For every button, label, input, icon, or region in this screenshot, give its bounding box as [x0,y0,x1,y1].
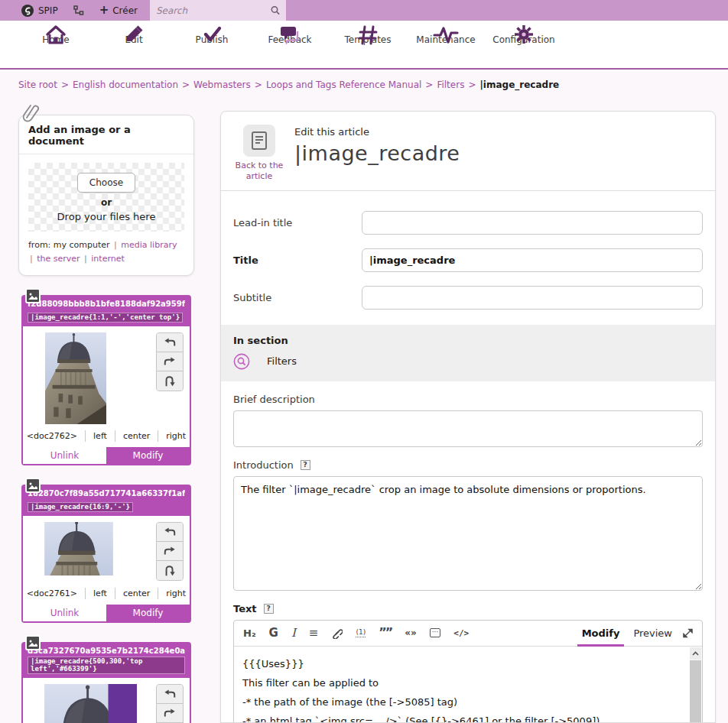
rotate-180-button[interactable] [157,561,183,580]
breadcrumb-link[interactable]: Site root [18,79,57,90]
section-magnifier-icon[interactable] [233,353,250,370]
tab-modify[interactable]: Modify [580,621,622,645]
editor-toolbar: H₂ G I ≡ (1) ”” «» ··· </> [234,621,702,647]
app-name: SPIP [38,5,58,16]
nav-item-publish[interactable]: Publish [173,21,251,68]
unlink-button[interactable]: Unlink [23,447,106,464]
document-filename: 182870c7f89a55d717741a66337f1af6.jpg [28,489,185,498]
breadcrumb-link[interactable]: Filters [437,79,464,90]
code-icon[interactable]: </> [453,629,469,637]
modify-button[interactable]: Modify [106,605,190,621]
section-value[interactable]: Filters [267,355,297,367]
rotate-left-button[interactable] [157,523,183,542]
breadcrumb-current: |image_recadre [479,79,559,90]
rotate-left-button[interactable] [157,685,183,704]
lead-in-title-input[interactable] [362,211,703,235]
source-internet[interactable]: internet [91,254,125,264]
choose-button[interactable]: Choose [77,173,135,193]
main-nav: Home Edit Publish Feedback [0,21,728,70]
help-icon[interactable]: ? [301,460,310,470]
rotate-right-button[interactable] [157,352,183,371]
document-meta: <doc2761> left center right [23,582,190,605]
nav-item-templates[interactable]: Templates [329,21,407,68]
nav-item-edit[interactable]: Edit [95,21,173,68]
subtitle-input[interactable] [362,286,703,310]
editor-scrollbar[interactable] [690,647,701,723]
align-left[interactable]: left [85,588,115,599]
breadcrumb-link[interactable]: English documentation [73,79,178,90]
doc-id: <doc2761> [19,588,85,599]
from-prefix: from: my computer [28,240,110,250]
sitemap-icon[interactable] [73,5,84,15]
spip-logo-icon [21,5,34,17]
nav-item-feedback[interactable]: Feedback [251,21,329,68]
document-header: 182870c7f89a55d717741a66337f1af6.jpg |im… [23,486,190,516]
create-button[interactable]: + Créer [99,5,138,16]
nav-item-maintenance[interactable]: Maintenance [407,21,485,68]
nav-item-home[interactable]: Home [17,21,95,68]
align-right[interactable]: right [158,430,193,442]
align-center[interactable]: center [115,430,158,442]
drop-files-label: Drop your files here [57,211,156,222]
brief-description-textarea[interactable] [233,410,703,447]
search-icon[interactable] [271,5,280,15]
crop-fill-band [108,684,137,723]
align-left[interactable]: left [85,430,115,442]
quote-icon[interactable]: ”” [379,627,392,639]
document-meta: <doc2762> left center right [23,424,190,447]
fullscreen-icon[interactable] [683,628,693,638]
nav-item-configuration[interactable]: Configuration [485,21,563,68]
add-document-box: Add an image or a document Choose or Dro… [18,115,194,276]
document-body [23,326,190,424]
tab-preview[interactable]: Preview [633,627,672,639]
text-editor: H₂ G I ≡ (1) ”” «» ··· </> [233,620,703,723]
rotate-controls [156,522,184,581]
heading-icon[interactable]: H₂ [243,628,256,638]
align-right[interactable]: right [158,588,193,599]
title-input[interactable] [362,248,703,272]
breadcrumb: Site root>English documentation>Webmaste… [0,70,728,90]
rotate-right-button[interactable] [157,704,183,723]
rotate-controls [156,684,184,723]
document-body [23,516,190,582]
introduction-textarea[interactable] [233,476,703,591]
document-filter-code: |image_recadre{1:1,'-','center top'} [28,313,183,323]
breadcrumb-link[interactable]: Loops and Tags Reference Manual [266,79,421,90]
in-section-label: In section [233,335,703,346]
subtitle-label: Subtitle [233,292,362,303]
modify-button[interactable]: Modify [106,447,190,464]
source-the-server[interactable]: the server [37,254,80,264]
link-icon[interactable] [331,627,343,639]
breadcrumb-link[interactable]: Webmasters [193,79,251,90]
guillemets-icon[interactable]: «» [405,628,417,637]
search-box [150,0,286,21]
rotate-right-button[interactable] [157,542,183,561]
source-media-library[interactable]: media library [121,240,177,250]
align-center[interactable]: center [115,588,158,599]
bold-icon[interactable]: G [269,627,278,639]
rotate-180-button[interactable] [157,371,183,391]
frame-icon[interactable]: ··· [430,628,441,637]
rotate-controls [156,332,184,391]
editor-content[interactable]: {{{Uses}}} This filter can be applied to… [234,647,702,723]
search-input[interactable] [156,5,271,16]
document-card: f2d88098bbb8b1bfe8188daf92a959f7.jpg |im… [21,295,191,465]
page-title: |image_recadre [294,141,460,165]
drop-zone[interactable]: Choose or Drop your files here [28,163,184,232]
document-filename: d3ca7327670a9535e7b2174c284e0af2.jpg [28,647,185,655]
document-thumbnail[interactable] [44,332,107,424]
help-icon[interactable]: ? [264,604,274,614]
scrollbar-up-arrow[interactable] [690,647,701,660]
document-body [23,678,190,723]
document-thumbnail[interactable] [44,522,113,575]
document-thumbnail[interactable] [44,684,137,723]
unlink-button[interactable]: Unlink [23,605,106,621]
footnote-icon[interactable]: (1) [356,629,366,637]
italic-icon[interactable]: I [291,627,296,639]
rotate-left-button[interactable] [157,333,183,352]
spip-logo[interactable]: SPIP [21,5,58,17]
back-to-article-link[interactable]: Back to the article [233,160,285,183]
document-header: f2d88098bbb8b1bfe8188daf92a959f7.jpg |im… [23,297,190,326]
scrollbar-thumb[interactable] [690,660,701,723]
list-icon[interactable]: ≡ [309,627,319,639]
